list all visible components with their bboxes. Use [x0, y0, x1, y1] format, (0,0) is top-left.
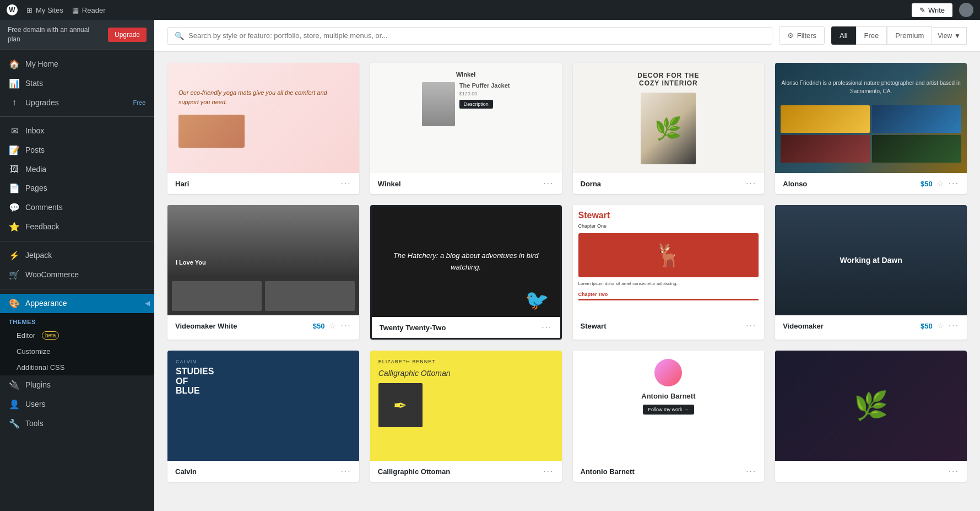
theme-card-videomaker[interactable]: Working at Dawn Videomaker $50 ☆ ··· — [775, 205, 967, 340]
theme-more-videomaker[interactable]: ··· — [949, 321, 959, 331]
sidebar-item-label: Tools — [25, 419, 44, 428]
sidebar-item-plugins[interactable]: 🔌 Plugins — [0, 375, 154, 395]
sidebar-item-label: My Home — [25, 60, 58, 68]
theme-footer-calvin: Calvin ··· — [167, 461, 359, 482]
upgrade-button[interactable]: Upgrade — [108, 28, 147, 42]
theme-more-stewart[interactable]: ··· — [746, 321, 756, 331]
theme-more-antonio[interactable]: ··· — [746, 466, 756, 476]
sidebar-item-label: Users — [25, 400, 46, 408]
star-icon-vm[interactable]: ☆ — [937, 321, 944, 330]
theme-name-antonio: Antonio Barnett — [581, 467, 635, 476]
winkel-product: The Puffer Jacket $120.00 Description — [422, 82, 510, 126]
calvin-inner: Calvin STUDIESOFBLUE — [167, 351, 359, 404]
theme-more-winkel[interactable]: ··· — [543, 179, 554, 189]
theme-card-alonso[interactable]: Alonso Friedrich is a professional natur… — [775, 63, 967, 194]
theme-more-calligraphic[interactable]: ··· — [543, 466, 554, 476]
reader-icon: ▦ — [72, 6, 79, 14]
vw-bottom-strip — [167, 277, 359, 315]
vm-text: Working at Dawn — [840, 256, 902, 265]
content-area: 🔍 ⚙ Filters All Free Premium View — [154, 20, 980, 511]
tab-all-label: All — [840, 31, 847, 40]
tab-premium-label: Premium — [895, 31, 924, 40]
sidebar-item-woocommerce[interactable]: 🛒 WooCommerce — [0, 265, 154, 284]
theme-more-vm-white[interactable]: ··· — [340, 321, 351, 331]
theme-card-twenty-twenty-two[interactable]: The Hatchery: a blog about adventures in… — [370, 205, 562, 340]
sidebar-item-additional-css[interactable]: Additional CSS — [0, 359, 154, 375]
user-avatar[interactable] — [959, 3, 973, 17]
reader-link[interactable]: ▦ Reader — [72, 6, 106, 14]
theme-card-videomaker-white[interactable]: I Love You Videomaker White $50 ☆ ··· — [167, 205, 359, 340]
sidebar-item-tools[interactable]: 🔧 Tools — [0, 414, 154, 433]
theme-preview-antonio: Antonio Barnett Follow my work → — [573, 351, 765, 461]
sidebar-item-label: Pages — [25, 184, 47, 192]
pen-icon: ✎ — [919, 6, 925, 14]
feedback-icon: ⭐ — [9, 222, 20, 232]
theme-footer-bottom4: ··· — [775, 461, 967, 482]
antonio-avatar — [654, 359, 682, 386]
theme-preview-dorna: DECOR FOR THECOZY INTERIOR 🌿 — [573, 63, 765, 173]
sidebar-item-pages[interactable]: 📄 Pages — [0, 179, 154, 198]
view-label: View — [938, 32, 952, 40]
theme-more-dorna[interactable]: ··· — [746, 179, 756, 189]
theme-card-calvin[interactable]: Calvin STUDIESOFBLUE Calvin ··· — [167, 351, 359, 482]
theme-footer-ttt: Twenty Twenty-Two ··· — [372, 317, 560, 338]
sidebar-item-comments[interactable]: 💬 Comments — [0, 198, 154, 217]
theme-preview-calvin: Calvin STUDIESOFBLUE — [167, 351, 359, 461]
sidebar-item-jetpack[interactable]: ⚡ Jetpack — [0, 246, 154, 265]
vm-title: Working at Dawn — [840, 256, 902, 265]
alonso-meta: $50 ☆ ··· — [921, 179, 959, 189]
theme-more-bottom4[interactable]: ··· — [949, 466, 959, 476]
theme-name-videomaker: Videomaker — [783, 322, 823, 330]
sidebar-item-media[interactable]: 🖼 Media — [0, 160, 154, 179]
vw-thumb-1 — [172, 281, 262, 311]
sidebar-item-upgrades[interactable]: ↑ Upgrades Free — [0, 93, 154, 112]
sidebar-item-label: Feedback — [25, 222, 59, 231]
sidebar-item-posts[interactable]: 📝 Posts — [0, 141, 154, 160]
theme-more-ttt[interactable]: ··· — [542, 322, 552, 332]
stewart-figure-icon: 🦌 — [654, 243, 682, 268]
sidebar-item-label: Upgrades — [25, 98, 59, 107]
alonso-preview-text: Alonso Friedrich is a professional natur… — [775, 73, 967, 101]
my-sites-label: My Sites — [36, 6, 63, 14]
theme-more-alonso[interactable]: ··· — [949, 179, 959, 189]
star-icon-vm-white[interactable]: ☆ — [329, 321, 336, 330]
search-input[interactable] — [188, 31, 765, 40]
sidebar-item-customize[interactable]: Customize — [0, 343, 154, 359]
chevron-icon: ◀ — [145, 299, 150, 307]
reader-label: Reader — [82, 6, 106, 14]
stewart-chapter2: Chapter Two — [578, 292, 759, 297]
sidebar-item-stats[interactable]: 📊 Stats — [0, 74, 154, 93]
tab-free[interactable]: Free — [856, 26, 887, 45]
tab-premium[interactable]: Premium — [887, 26, 932, 45]
sidebar-item-editor[interactable]: Editor beta — [0, 327, 154, 343]
leaves-icon: 🌿 — [854, 390, 888, 422]
tab-free-label: Free — [864, 31, 879, 40]
sidebar-item-inbox[interactable]: ✉ Inbox — [0, 121, 154, 141]
sidebar-item-appearance[interactable]: 🎨 Appearance ◀ — [0, 294, 154, 313]
theme-card-dorna[interactable]: DECOR FOR THECOZY INTERIOR 🌿 WordPress k… — [573, 63, 765, 194]
theme-card-winkel[interactable]: Winkel The Puffer Jacket $120.00 Descrip… — [370, 63, 562, 194]
sidebar-item-label: Inbox — [25, 126, 44, 135]
sidebar-item-label: Appearance — [25, 299, 67, 308]
star-icon-alonso[interactable]: ☆ — [937, 179, 944, 188]
theme-name-videomaker-white: Videomaker White — [175, 322, 237, 330]
filters-button[interactable]: ⚙ Filters — [779, 26, 825, 45]
theme-more-hari[interactable]: ··· — [340, 179, 351, 189]
themes-header: 🔍 ⚙ Filters All Free Premium View — [154, 20, 980, 52]
tab-all[interactable]: All — [831, 26, 856, 45]
view-more-button[interactable]: View ▼ — [932, 27, 967, 45]
theme-card-calligraphic[interactable]: ELIZABETH BENNET Calligraphic Ottoman ✒ … — [370, 351, 562, 482]
calli-title: Calligraphic Ottoman — [378, 369, 554, 378]
sidebar: Free domain with an annual plan Upgrade … — [0, 20, 154, 511]
sidebar-item-feedback[interactable]: ⭐ Feedback — [0, 217, 154, 236]
sidebar-item-users[interactable]: 👤 Users — [0, 395, 154, 414]
vm-meta: $50 ☆ ··· — [921, 321, 959, 331]
theme-card-antonio[interactable]: Antonio Barnett Follow my work → Antonio… — [573, 351, 765, 482]
theme-card-stewart[interactable]: Stewart Chapter One 🦌 Lorem ipsum dolor … — [573, 205, 765, 340]
theme-card-bottom4[interactable]: 🌿 ··· — [775, 351, 967, 482]
theme-card-hari[interactable]: Our eco-friendly yoga mats give you all … — [167, 63, 359, 194]
write-button[interactable]: ✎ Write — [912, 3, 952, 17]
sidebar-item-my-home[interactable]: 🏠 My Home — [0, 55, 154, 74]
my-sites-link[interactable]: ⊞ My Sites — [26, 6, 63, 14]
theme-more-calvin[interactable]: ··· — [340, 466, 351, 476]
